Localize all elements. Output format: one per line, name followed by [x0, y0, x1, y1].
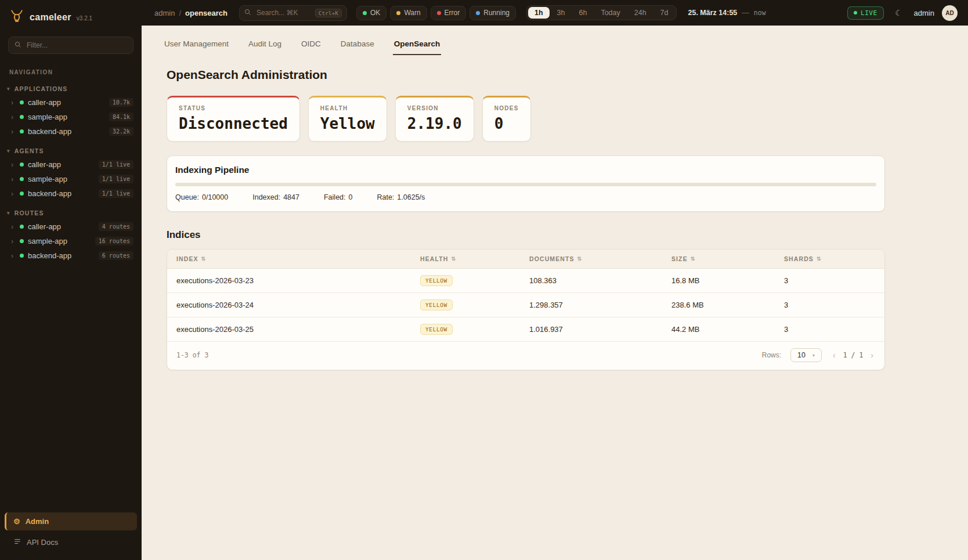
app-root: cameleer v3.2.1 NAVIGATION ▾ APPLICATION…	[0, 0, 968, 560]
chevron-down-icon: ▾	[7, 86, 10, 92]
status-dot	[20, 100, 24, 104]
indices-title: Indices	[167, 229, 885, 241]
next-page-button[interactable]: ›	[869, 351, 875, 360]
sidebar-item-admin[interactable]: ⚙ Admin	[5, 512, 137, 530]
chevron-right-icon: ›	[11, 252, 16, 260]
section-header-routes[interactable]: ▾ ROUTES	[0, 208, 142, 219]
avatar[interactable]: AD	[942, 5, 958, 21]
sidebar-item-routes-caller-app[interactable]: › caller-app 4 routes	[0, 219, 142, 234]
chevron-down-icon: ▾	[7, 148, 10, 154]
tab-database[interactable]: Database	[339, 35, 375, 55]
table-row[interactable]: executions-2026-03-23 YELLOW 108.363 16.…	[167, 269, 884, 293]
time-range-3h[interactable]: 3h	[551, 7, 572, 19]
sidebar-item-agents-caller-app[interactable]: › caller-app 1/1 live	[0, 157, 142, 172]
date-to: now	[754, 9, 766, 17]
chevron-down-icon: ▾	[7, 210, 10, 216]
time-range-7d[interactable]: 7d	[654, 7, 675, 19]
docs-icon	[13, 537, 21, 547]
sidebar-item-applications-sample-app[interactable]: › sample-app 84.1k	[0, 110, 142, 124]
section-label: APPLICATIONS	[15, 85, 68, 92]
table-header: INDEX ⇅ HEALTH ⇅ DOCUMENTS ⇅ SIZE	[167, 250, 884, 269]
item-badge: 10.7k	[109, 98, 133, 107]
chevron-down-icon: ▾	[812, 353, 815, 358]
search-input[interactable]	[255, 8, 311, 17]
cell-shards: 3	[775, 317, 884, 341]
app-logo[interactable]: cameleer v3.2.1	[0, 0, 142, 33]
column-header-index[interactable]: INDEX ⇅	[167, 250, 411, 268]
tab-user-management[interactable]: User Management	[163, 35, 230, 55]
warn-dot	[396, 11, 400, 15]
prev-page-button[interactable]: ‹	[831, 351, 837, 360]
stat-card-version: VERSION 2.19.0	[395, 96, 474, 142]
item-badge: 32.2k	[109, 127, 133, 136]
health-badge: YELLOW	[420, 299, 453, 310]
rows-per-page-select[interactable]: 10 ▾	[790, 348, 822, 362]
tab-oidc[interactable]: OIDC	[300, 35, 322, 55]
item-badge: 16 routes	[95, 237, 133, 245]
theme-toggle[interactable]: ☾	[891, 5, 906, 20]
cell-documents: 1.016.937	[520, 317, 662, 341]
filter-pill-error[interactable]: Error	[431, 6, 467, 20]
item-badge: 1/1 live	[99, 160, 133, 169]
sidebar-item-api-docs[interactable]: API Docs	[5, 533, 137, 552]
sidebar-section-applications: ▾ APPLICATIONS › caller-app 10.7k › samp…	[0, 84, 142, 139]
admin-tabs: User Management Audit Log OIDC Database …	[163, 26, 885, 55]
cell-documents: 1.298.357	[520, 293, 662, 317]
filter-pill-warn[interactable]: Warn	[390, 6, 427, 20]
live-dot	[854, 11, 857, 15]
table-row[interactable]: executions-2026-03-24 YELLOW 1.298.357 2…	[167, 293, 884, 317]
cell-index: executions-2026-03-24	[167, 293, 411, 317]
time-range-1h[interactable]: 1h	[528, 7, 550, 19]
section-header-agents[interactable]: ▾ AGENTS	[0, 146, 142, 157]
filter-input[interactable]	[26, 41, 127, 50]
gear-icon: ⚙	[13, 517, 20, 526]
column-header-shards[interactable]: SHARDS ⇅	[775, 250, 884, 268]
sidebar-item-routes-backend-app[interactable]: › backend-app 6 routes	[0, 248, 142, 263]
row-range-label: 1-3 of 3	[176, 351, 208, 359]
status-dot	[20, 177, 24, 181]
tab-opensearch[interactable]: OpenSearch	[393, 35, 442, 55]
status-dot	[20, 115, 24, 119]
cell-documents: 108.363	[520, 269, 662, 292]
time-range-today[interactable]: Today	[594, 7, 626, 19]
sidebar-item-applications-backend-app[interactable]: › backend-app 32.2k	[0, 124, 142, 139]
breadcrumb-root[interactable]: admin	[154, 9, 175, 17]
cell-health: YELLOW	[411, 317, 520, 341]
live-toggle[interactable]: LIVE	[847, 6, 884, 20]
stat-value: 2.19.0	[407, 115, 462, 132]
sidebar-item-applications-caller-app[interactable]: › caller-app 10.7k	[0, 95, 142, 110]
filter-pill-running[interactable]: Running	[469, 6, 516, 20]
sort-icon: ⇅	[451, 256, 456, 262]
sidebar-item-agents-sample-app[interactable]: › sample-app 1/1 live	[0, 172, 142, 186]
section-header-applications[interactable]: ▾ APPLICATIONS	[0, 84, 142, 95]
cell-shards: 3	[775, 293, 884, 317]
status-dot	[20, 254, 24, 258]
stat-card-health: HEALTH Yellow	[308, 96, 387, 142]
stat-label: VERSION	[407, 105, 462, 111]
table-footer-right: Rows: 10 ▾ ‹ 1 / 1 ›	[762, 348, 875, 362]
stat-cards: STATUS Disconnected HEALTH Yellow VERSIO…	[167, 96, 885, 142]
stat-label: STATUS	[179, 105, 288, 111]
section-label: ROUTES	[15, 209, 44, 216]
cell-size: 238.6 MB	[662, 293, 775, 317]
sidebar-item-routes-sample-app[interactable]: › sample-app 16 routes	[0, 234, 142, 248]
date-range[interactable]: 25. März 14:55 — now	[688, 9, 766, 17]
time-range-6h[interactable]: 6h	[572, 7, 593, 19]
table-footer: 1-3 of 3 Rows: 10 ▾ ‹ 1 / 1 ›	[167, 342, 884, 370]
tab-audit-log[interactable]: Audit Log	[247, 35, 283, 55]
pipeline-progress-bar	[175, 183, 876, 186]
time-range-24h[interactable]: 24h	[628, 7, 653, 19]
column-header-size[interactable]: SIZE ⇅	[662, 250, 775, 268]
sidebar-item-agents-backend-app[interactable]: › backend-app 1/1 live	[0, 186, 142, 201]
breadcrumb-separator: /	[179, 9, 181, 17]
chevron-right-icon: ›	[11, 161, 16, 169]
filter-pill-ok[interactable]: OK	[356, 6, 387, 20]
pagination: ‹ 1 / 1 ›	[831, 351, 875, 360]
chevron-right-icon: ›	[11, 175, 16, 183]
chevron-right-icon: ›	[11, 237, 16, 245]
column-header-documents[interactable]: DOCUMENTS ⇅	[520, 250, 662, 268]
table-row[interactable]: executions-2026-03-25 YELLOW 1.016.937 4…	[167, 317, 884, 342]
pipeline-stat-indexed: Indexed: 4847	[252, 193, 299, 201]
breadcrumb: admin / opensearch	[154, 9, 227, 17]
column-header-health[interactable]: HEALTH ⇅	[411, 250, 520, 268]
